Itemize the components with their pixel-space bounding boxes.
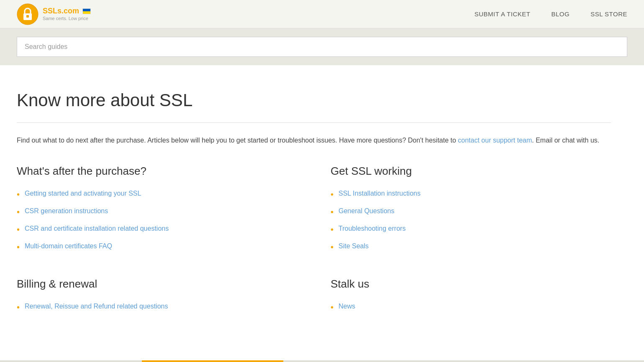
section-stalk-us-title: Stalk us: [331, 275, 611, 293]
bullet-icon: •: [17, 206, 20, 218]
section-billing-renewal-links: • Renewal, Reissue and Refund related qu…: [17, 301, 297, 313]
main-content: Know more about SSL Find out what to do …: [0, 65, 628, 344]
section-get-ssl-working-title: Get SSL working: [331, 163, 611, 180]
logo-brand-name: SSLs.com: [43, 7, 79, 16]
section-billing-renewal-title: Billing & renewal: [17, 275, 297, 293]
list-item: • Getting started and activating your SS…: [17, 189, 297, 200]
list-item: • Site Seals: [331, 241, 611, 253]
support-team-link[interactable]: contact our support team: [458, 137, 532, 144]
sections-grid: What's after the purchase? • Getting sta…: [17, 163, 611, 319]
link-csr-generation[interactable]: CSR generation instructions: [25, 206, 108, 216]
intro-paragraph: Find out what to do next after the purch…: [17, 135, 611, 146]
link-csr-installation[interactable]: CSR and certificate installation related…: [25, 224, 169, 234]
title-divider: [17, 122, 611, 123]
list-item: • News: [331, 301, 611, 313]
nav-ssl-store[interactable]: SSL STORE: [590, 9, 627, 19]
bullet-icon: •: [331, 301, 334, 313]
svg-rect-2: [26, 15, 29, 18]
list-item: • General Questions: [331, 206, 611, 218]
main-nav: SUBMIT A TICKET BLOG SSL STORE: [475, 9, 627, 19]
link-troubleshooting-errors[interactable]: Troubleshooting errors: [339, 224, 405, 234]
link-multidomain-faq[interactable]: Multi-domain certificates FAQ: [25, 241, 112, 251]
bullet-icon: •: [331, 224, 334, 235]
link-site-seals[interactable]: Site Seals: [339, 241, 369, 251]
link-ssl-installation[interactable]: SSL Installation instructions: [339, 189, 421, 199]
page-title: Know more about SSL: [17, 86, 611, 114]
list-item: • Troubleshooting errors: [331, 224, 611, 235]
search-area: [0, 28, 644, 65]
bullet-icon: •: [17, 241, 20, 253]
section-after-purchase-links: • Getting started and activating your SS…: [17, 189, 297, 253]
bullet-icon: •: [331, 206, 334, 218]
link-general-questions[interactable]: General Questions: [339, 206, 394, 216]
header: SSLs.com Same certs. Low price SUBMIT A …: [0, 0, 644, 28]
section-get-ssl-working: Get SSL working • SSL Installation instr…: [331, 163, 611, 259]
list-item: • CSR generation instructions: [17, 206, 297, 218]
search-input[interactable]: [17, 37, 627, 57]
logo-text: SSLs.com Same certs. Low price: [43, 7, 91, 21]
link-news[interactable]: News: [339, 301, 355, 311]
logo-tagline: Same certs. Low price: [43, 16, 91, 21]
section-after-purchase-title: What's after the purchase?: [17, 163, 297, 180]
link-getting-started[interactable]: Getting started and activating your SSL: [25, 189, 141, 199]
list-item: • CSR and certificate installation relat…: [17, 224, 297, 235]
section-billing-renewal: Billing & renewal • Renewal, Reissue and…: [17, 275, 297, 319]
list-item: • Renewal, Reissue and Refund related qu…: [17, 301, 297, 313]
section-stalk-us: Stalk us • News: [331, 275, 611, 319]
section-get-ssl-working-links: • SSL Installation instructions • Genera…: [331, 189, 611, 253]
list-item: • Multi-domain certificates FAQ: [17, 241, 297, 253]
bullet-icon: •: [331, 241, 334, 253]
logo-area: SSLs.com Same certs. Low price: [17, 3, 91, 25]
bullet-icon: •: [17, 301, 20, 313]
section-stalk-us-links: • News: [331, 301, 611, 313]
nav-submit-ticket[interactable]: SUBMIT A TICKET: [475, 9, 531, 19]
list-item: • SSL Installation instructions: [331, 189, 611, 200]
section-after-purchase: What's after the purchase? • Getting sta…: [17, 163, 297, 259]
link-renewal-refund[interactable]: Renewal, Reissue and Refund related ques…: [25, 301, 168, 311]
intro-text-before: Find out what to do next after the purch…: [17, 137, 456, 144]
logo-icon: [17, 3, 38, 25]
nav-blog[interactable]: BLOG: [551, 9, 570, 19]
bullet-icon: •: [331, 189, 334, 200]
intro-text-after: . Email or chat with us.: [532, 137, 599, 144]
bullet-icon: •: [17, 189, 20, 200]
ukraine-flag-icon: [81, 7, 91, 15]
bullet-icon: •: [17, 224, 20, 235]
